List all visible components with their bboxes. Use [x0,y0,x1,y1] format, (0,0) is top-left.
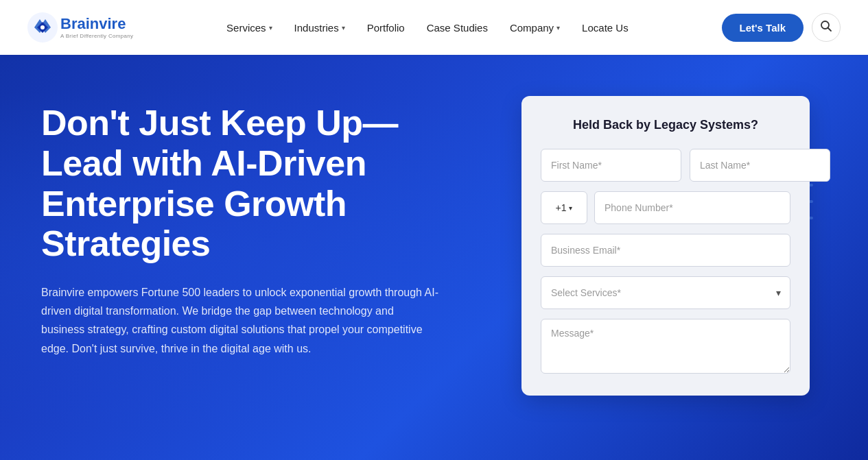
hero-section: Don't Just Keep Up—Lead with AI-DrivenEn… [0,55,868,460]
phone-code-label: +1 [556,202,567,213]
chevron-down-icon: ▾ [342,24,345,32]
phone-input[interactable] [594,191,790,224]
header-actions: Let's Talk [722,13,841,42]
logo[interactable]: Brainvire A Brief Differently Company [27,12,133,43]
phone-row: +1 ▾ [541,191,790,224]
site-header: Brainvire A Brief Differently Company Se… [0,0,868,55]
logo-tagline: A Brief Differently Company [60,33,133,39]
search-button[interactable] [812,13,841,42]
form-title: Held Back by Legacy Systems? [541,118,790,132]
message-textarea[interactable] [541,319,790,374]
contact-form-card: Held Back by Legacy Systems? +1 ▾ Select… [521,96,810,396]
hero-content: Don't Just Keep Up—Lead with AI-DrivenEn… [41,103,494,358]
search-icon [820,20,832,35]
email-input[interactable] [541,234,790,267]
chevron-down-icon: ▾ [569,204,572,212]
nav-portfolio[interactable]: Portfolio [357,16,414,39]
nav-industries[interactable]: Industries ▾ [285,16,355,39]
services-select-wrapper: Select Services* Web Development Mobile … [541,276,790,309]
chevron-down-icon: ▾ [556,24,560,32]
nav-locate-us[interactable]: Locate Us [572,16,638,39]
nav-case-studies[interactable]: Case Studies [417,16,497,39]
hero-description: Brainvire empowers Fortune 500 leaders t… [41,283,439,358]
hero-title: Don't Just Keep Up—Lead with AI-DrivenEn… [41,103,494,264]
nav-company[interactable]: Company ▾ [500,16,570,39]
services-select[interactable]: Select Services* Web Development Mobile … [541,276,790,309]
main-nav: Services ▾ Industries ▾ Portfolio Case S… [217,16,638,39]
first-name-input[interactable] [541,149,681,182]
last-name-input[interactable] [690,149,830,182]
phone-code-selector[interactable]: +1 ▾ [541,191,587,224]
nav-services[interactable]: Services ▾ [217,16,282,39]
lets-talk-button[interactable]: Let's Talk [722,14,804,42]
svg-point-1 [40,25,45,29]
chevron-down-icon: ▾ [269,24,272,32]
name-row [541,149,790,182]
logo-name: Brainvire [60,16,133,32]
svg-line-3 [828,28,832,32]
